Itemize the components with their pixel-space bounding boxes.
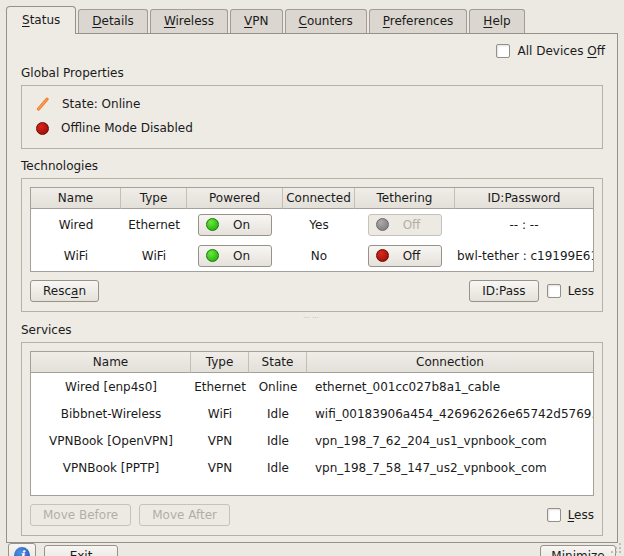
tethering-toggle-wifi[interactable]: Off (368, 245, 442, 267)
services-title: Services (15, 319, 609, 340)
tab-vpn[interactable]: VPN (230, 9, 282, 33)
services-frame: Name Type State Connection Wired [enp4s0… (21, 342, 603, 536)
powered-toggle-wired[interactable]: On (198, 214, 272, 236)
service-row-wired[interactable]: Wired [enp4s0] Ethernet Online ethernet_… (31, 373, 593, 400)
cell-type: Ethernet (191, 378, 249, 396)
move-after-button: Move After (139, 504, 230, 526)
technologies-less-label: Less (568, 284, 594, 298)
cell-state: Idle (249, 432, 307, 450)
column-header-tethering[interactable]: Tethering (355, 188, 455, 209)
column-header-powered[interactable]: Powered (187, 188, 283, 209)
offline-mode-icon (36, 122, 49, 135)
cell-type: VPN (191, 432, 249, 450)
powered-toggle-wifi[interactable]: On (198, 245, 272, 267)
about-button[interactable]: i (8, 543, 36, 556)
tab-bar: Status Details Wireless VPN Counters Pre… (0, 0, 624, 33)
column-header-connected[interactable]: Connected (283, 188, 355, 209)
column-header-name[interactable]: Name (31, 188, 121, 209)
cell-type: Ethernet (121, 216, 187, 234)
power-led-icon (206, 218, 219, 231)
cell-id-password: bwl-tether : c19199E61 (455, 247, 593, 265)
offline-mode-label: Offline Mode Disabled (61, 121, 193, 135)
technologies-title: Technologies (15, 155, 609, 176)
tab-wireless[interactable]: Wireless (150, 9, 228, 33)
technologies-header-row: Name Type Powered Connected Tethering ID… (31, 188, 593, 209)
idpass-button[interactable]: ID:Pass (469, 280, 538, 302)
resize-grip-icon[interactable] (610, 542, 622, 554)
power-led-icon (206, 249, 219, 262)
cell-id-password: -- : -- (455, 216, 593, 234)
cell-name: Wired [enp4s0] (31, 378, 191, 396)
cell-name: VPNBook [PPTP] (31, 459, 191, 477)
tethering-toggle-wired: Off (368, 214, 442, 236)
cell-connected: Yes (283, 216, 355, 234)
tab-details[interactable]: Details (78, 9, 148, 33)
column-header-name[interactable]: Name (31, 352, 191, 373)
tab-help[interactable]: Help (469, 9, 524, 33)
state-label: State: Online (62, 97, 140, 111)
cell-name: Bibbnet-Wireless (31, 405, 191, 423)
table-row-wired: Wired Ethernet On Yes Off (31, 209, 593, 240)
services-less-checkbox[interactable] (547, 508, 561, 522)
cell-connection: ethernet_001cc027b8a1_cable (307, 378, 593, 396)
global-properties-title: Global Properties (15, 62, 609, 83)
column-header-type[interactable]: Type (191, 352, 249, 373)
tethering-led-icon (376, 218, 389, 231)
footer-bar: i Exit Minimize (0, 543, 624, 556)
global-properties-frame: State: Online Offline Mode Disabled (21, 85, 603, 149)
all-devices-off-checkbox[interactable] (496, 44, 510, 58)
services-table: Name Type State Connection Wired [enp4s0… (30, 351, 594, 496)
cell-connection: vpn_198_7_58_147_us2_vpnbook_com (307, 459, 593, 477)
app-window: Status Details Wireless VPN Counters Pre… (0, 0, 624, 556)
rescan-button[interactable]: Rescan (30, 280, 99, 302)
cell-state: Idle (249, 459, 307, 477)
cell-type: WiFi (191, 405, 249, 423)
services-less-label: Less (568, 508, 594, 522)
technologies-frame: Name Type Powered Connected Tethering ID… (21, 178, 603, 312)
offline-mode-row: Offline Mode Disabled (32, 116, 592, 140)
cell-connection: wifi_00183906a454_426962626e65742d5769..… (307, 405, 593, 423)
all-devices-off-label: All Devices Off (517, 44, 605, 58)
status-page: All Devices Off Global Properties State:… (6, 33, 618, 543)
tab-status[interactable]: Status (6, 6, 76, 34)
tethering-led-icon (376, 249, 389, 262)
technologies-less-checkbox[interactable] (547, 284, 561, 298)
column-header-connection[interactable]: Connection (307, 352, 593, 373)
pencil-icon (36, 97, 50, 111)
cell-state: Idle (249, 405, 307, 423)
tab-counters[interactable]: Counters (285, 9, 367, 33)
table-row-wifi: WiFi WiFi On No Off (31, 240, 593, 271)
cell-name: WiFi (31, 247, 121, 265)
service-row-pptp[interactable]: VPNBook [PPTP] VPN Idle vpn_198_7_58_147… (31, 454, 593, 481)
service-row-wireless[interactable]: Bibbnet-Wireless WiFi Idle wifi_00183906… (31, 400, 593, 427)
cell-name: VPNBook [OpenVPN] (31, 432, 191, 450)
services-header-row: Name Type State Connection (31, 352, 593, 373)
cell-type: WiFi (121, 247, 187, 265)
service-row-openvpn[interactable]: VPNBook [OpenVPN] VPN Idle vpn_198_7_62_… (31, 427, 593, 454)
exit-button[interactable]: Exit (44, 545, 118, 556)
cell-state: Online (249, 378, 307, 396)
state-row: State: Online (32, 92, 592, 116)
cell-connection: vpn_198_7_62_204_us1_vpnbook_com (307, 432, 593, 450)
cell-connected: No (283, 247, 355, 265)
cell-type: VPN (191, 459, 249, 477)
column-header-type[interactable]: Type (121, 188, 187, 209)
cell-name: Wired (31, 216, 121, 234)
tab-preferences[interactable]: Preferences (369, 9, 468, 33)
pane-resize-handle[interactable]: …… (15, 312, 609, 319)
column-header-idpassword[interactable]: ID:Password (455, 188, 593, 209)
column-header-state[interactable]: State (249, 352, 307, 373)
minimize-button[interactable]: Minimize (540, 545, 616, 556)
move-before-button: Move Before (30, 504, 131, 526)
technologies-table: Name Type Powered Connected Tethering ID… (30, 187, 594, 272)
info-icon: i (14, 547, 30, 556)
